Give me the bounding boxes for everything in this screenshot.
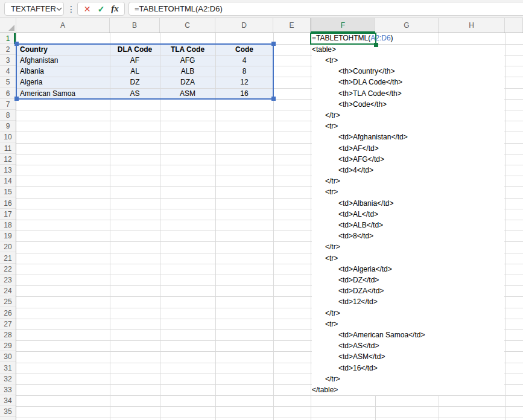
spreadsheet-app: TEXTAFTER ⋮ ✕ ✓ fx =TABLETOHTML(A2:D6) A… <box>0 0 523 420</box>
cell-D6[interactable]: 16 <box>215 88 273 99</box>
cell-F17[interactable]: <td>AL</td> <box>338 209 378 220</box>
cell-B3[interactable]: AF <box>110 55 160 66</box>
cell-formula-prefix: =TABLETOHTML( <box>312 34 370 42</box>
cell-F16[interactable]: <td>Albania</td> <box>338 198 393 209</box>
cell-A2[interactable]: Country <box>16 44 110 55</box>
cell-D3[interactable]: 4 <box>215 55 273 66</box>
cell-A5[interactable]: Algeria <box>16 77 110 88</box>
cell-F22[interactable]: <td>Algeria</td> <box>338 264 392 275</box>
cell-F8[interactable]: </tr> <box>325 110 340 121</box>
cell-C2[interactable]: TLA Code <box>160 44 215 55</box>
cell-F10[interactable]: <td>Afghanistan</td> <box>338 132 408 142</box>
cell-F2[interactable]: <table> <box>312 44 336 55</box>
cell-F14[interactable]: </tr> <box>325 176 340 186</box>
cell-B4[interactable]: AL <box>110 66 160 77</box>
cell-C4[interactable]: ALB <box>160 66 215 77</box>
cell-A3[interactable]: Afghanistan <box>16 55 110 66</box>
cell-F5[interactable]: <th>DLA Code</th> <box>338 77 402 88</box>
cell-formula-range: A2:D6 <box>370 34 390 42</box>
cell-F11[interactable]: <td>AF</td> <box>338 143 379 154</box>
cell-F13[interactable]: <td>4</td> <box>338 165 373 176</box>
cell-C5[interactable]: DZA <box>160 77 215 88</box>
cell-F26[interactable]: </tr> <box>325 308 340 319</box>
cell-formula-suffix: ) <box>391 34 393 42</box>
cell-F27[interactable]: <tr> <box>325 319 338 329</box>
active-cell-F1[interactable]: =TABLETOHTML(A2:D6) <box>312 33 393 44</box>
gridline-h <box>16 406 523 407</box>
cell-F9[interactable]: <tr> <box>325 121 338 132</box>
cell-A6[interactable]: American Samoa <box>16 88 110 99</box>
grid: CountryDLA CodeTLA CodeCodeAfghanistanAF… <box>0 0 523 420</box>
cell-F23[interactable]: <td>DZ</td> <box>338 275 379 285</box>
cell-F29[interactable]: <td>AS</td> <box>338 340 379 351</box>
cell-F3[interactable]: <tr> <box>325 55 338 66</box>
cell-F30[interactable]: <td>ASM</td> <box>338 351 385 362</box>
cell-F33[interactable]: </table> <box>312 384 338 395</box>
cell-F7[interactable]: <th>Code</th> <box>338 99 387 110</box>
cell-C6[interactable]: ASM <box>160 88 215 99</box>
cell-C3[interactable]: AFG <box>160 55 215 66</box>
cell-F32[interactable]: </tr> <box>325 374 340 384</box>
gridline-h <box>16 395 523 396</box>
cell-F31[interactable]: <td>16</td> <box>338 363 378 374</box>
cell-A4[interactable]: Albania <box>16 66 110 77</box>
cell-F20[interactable]: </tr> <box>325 241 340 252</box>
cell-F28[interactable]: <td>American Samoa</td> <box>338 329 425 340</box>
cell-D2[interactable]: Code <box>215 44 273 55</box>
cell-F24[interactable]: <td>DZA</td> <box>338 285 384 296</box>
cell-F25[interactable]: <td>12</td> <box>338 296 378 307</box>
cell-F19[interactable]: <td>8</td> <box>338 231 373 241</box>
cell-F12[interactable]: <td>AFG</td> <box>338 154 384 165</box>
cell-D4[interactable]: 8 <box>215 66 273 77</box>
gridline-h <box>16 418 523 418</box>
cell-F6[interactable]: <th>TLA Code</th> <box>338 88 402 99</box>
cell-B5[interactable]: DZ <box>110 77 160 88</box>
cell-F18[interactable]: <td>ALB</td> <box>338 220 383 231</box>
cell-B2[interactable]: DLA Code <box>110 44 160 55</box>
cell-F4[interactable]: <th>Country</th> <box>338 66 395 77</box>
cell-B6[interactable]: AS <box>110 88 160 99</box>
cell-D5[interactable]: 12 <box>215 77 273 88</box>
cell-F15[interactable]: <tr> <box>325 186 338 197</box>
cell-F21[interactable]: <tr> <box>325 253 338 264</box>
